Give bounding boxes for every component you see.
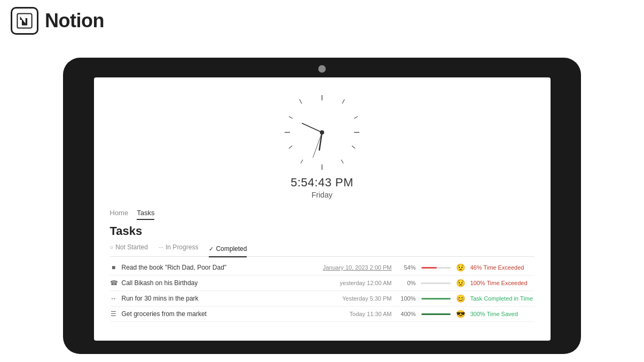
filter-tab-in-progress[interactable]: ··· In Progress (159, 243, 199, 253)
svg-point-16 (320, 130, 324, 135)
task-date: yesterday 12:00 AM (323, 280, 392, 286)
nav-tab-home[interactable]: Home (110, 209, 129, 220)
task-emoji: 😊 (456, 294, 465, 303)
table-row: ☰ Get groceries from the market Today 11… (110, 306, 535, 322)
task-left: ■ Read the book "Rich Dad, Poor Dad" (110, 264, 323, 271)
task-status: 46% Time Exceeded (470, 264, 535, 271)
svg-line-3 (354, 116, 358, 119)
task-name: Read the book "Rich Dad, Poor Dad" (122, 264, 227, 271)
task-name: Get groceries from the market (122, 310, 207, 318)
task-left: ☎ Call Bikash on his Birthday (110, 279, 323, 287)
svg-line-8 (301, 160, 303, 163)
app-title: Notion (45, 10, 104, 32)
task-percent: 100% (397, 295, 416, 302)
task-date: Yesterday 5:30 PM (323, 295, 392, 302)
progress-fill (421, 313, 451, 315)
progress-bar (421, 298, 451, 300)
task-left: ↔ Run for 30 mins in the park (110, 295, 323, 302)
task-name: Call Bikash on his Birthday (122, 279, 198, 287)
task-emoji: 😟 (456, 279, 465, 287)
task-icon-phone: ☎ (110, 279, 117, 287)
svg-line-5 (352, 146, 355, 148)
svg-line-9 (289, 146, 292, 148)
task-status: 300% Time Saved (470, 311, 535, 317)
table-row: ☎ Call Bikash on his Birthday yesterday … (110, 276, 535, 291)
header: Notion (11, 7, 104, 35)
filter-tabs: ○ Not Started ··· In Progress ✓ Complete… (110, 243, 535, 257)
tablet-screen: 5:54:43 PM Friday Home Tasks Tasks ○ Not… (94, 77, 551, 341)
task-percent: 0% (397, 280, 416, 286)
svg-line-6 (341, 160, 343, 163)
task-percent: 54% (397, 264, 416, 271)
table-row: ↔ Run for 30 mins in the park Yesterday … (110, 291, 535, 306)
not-started-icon: ○ (110, 244, 114, 250)
in-progress-icon: ··· (159, 244, 163, 250)
notion-logo-icon (11, 7, 38, 35)
progress-fill (421, 282, 422, 284)
clock-face (277, 87, 367, 178)
progress-bar (421, 267, 451, 269)
task-date: Today 11:30 AM (323, 311, 392, 317)
completed-icon: ✓ (209, 246, 214, 253)
svg-line-14 (302, 123, 322, 132)
task-icon-groceries: ☰ (110, 310, 117, 318)
svg-line-2 (342, 99, 344, 104)
task-emoji: 😟 (456, 263, 465, 272)
task-right: January 10, 2023 2:00 PM 54% 😟 46% Time … (323, 263, 535, 272)
task-icon-run: ↔ (110, 295, 117, 302)
task-status: 100% Time Exceeded (470, 280, 535, 286)
svg-line-11 (289, 116, 293, 119)
progress-bar (421, 313, 451, 315)
svg-line-13 (319, 132, 322, 150)
task-status: Task Completed in Time (470, 295, 535, 302)
progress-fill (421, 267, 437, 269)
task-right: yesterday 12:00 AM 0% 😟 100% Time Exceed… (323, 279, 535, 287)
task-right: Yesterday 5:30 PM 100% 😊 Task Completed … (323, 294, 535, 303)
task-percent: 400% (397, 311, 416, 317)
task-icon-book: ■ (110, 264, 117, 271)
svg-line-12 (300, 99, 302, 104)
task-right: Today 11:30 AM 400% 😎 300% Time Saved (323, 310, 535, 318)
task-date: January 10, 2023 2:00 PM (323, 264, 392, 271)
filter-tab-completed[interactable]: ✓ Completed (209, 243, 247, 257)
nav-tab-tasks[interactable]: Tasks (137, 209, 154, 220)
task-left: ☰ Get groceries from the market (110, 310, 323, 318)
progress-bar (421, 282, 451, 284)
progress-fill (421, 298, 451, 300)
clock-section: 5:54:43 PM Friday (94, 77, 551, 199)
svg-rect-0 (17, 13, 32, 28)
table-row: ■ Read the book "Rich Dad, Poor Dad" Jan… (110, 260, 535, 276)
clock-day: Friday (312, 191, 333, 199)
camera-dot (318, 65, 326, 73)
tablet-frame: 5:54:43 PM Friday Home Tasks Tasks ○ Not… (63, 58, 581, 354)
task-name: Run for 30 mins in the park (122, 295, 199, 302)
filter-tab-not-started[interactable]: ○ Not Started (110, 243, 148, 253)
tasks-title: Tasks (110, 224, 535, 238)
nav-tabs: Home Tasks (94, 199, 551, 220)
task-emoji: 😎 (456, 310, 465, 318)
tasks-section: Tasks ○ Not Started ··· In Progress ✓ Co… (94, 220, 551, 322)
